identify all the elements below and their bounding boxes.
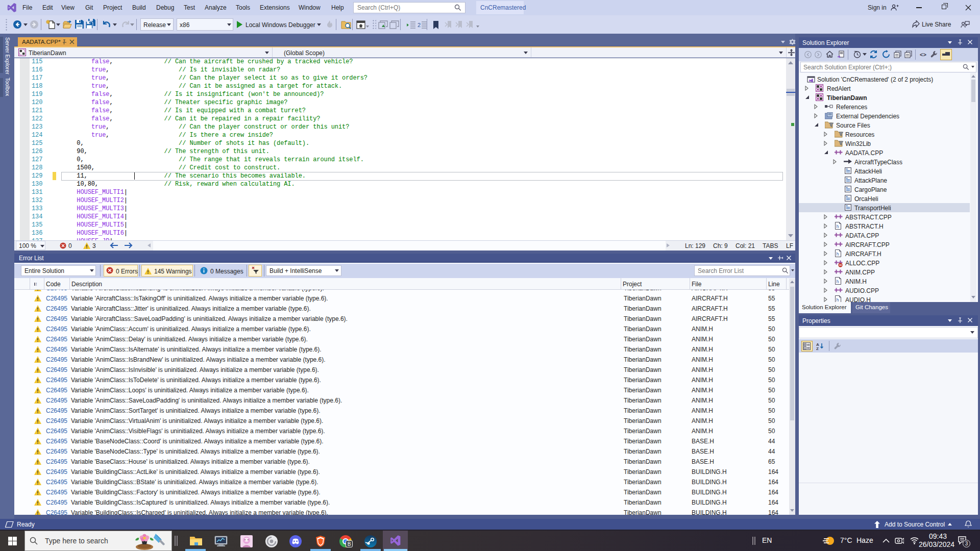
svg-text:!: ! — [36, 282, 37, 287]
svg-text:h: h — [837, 297, 839, 303]
svg-text:Z: Z — [816, 346, 819, 350]
svg-text:h: h — [837, 224, 839, 229]
svg-text:h: h — [837, 279, 839, 284]
svg-text:2: 2 — [418, 22, 421, 28]
svg-text:h: h — [837, 252, 839, 257]
